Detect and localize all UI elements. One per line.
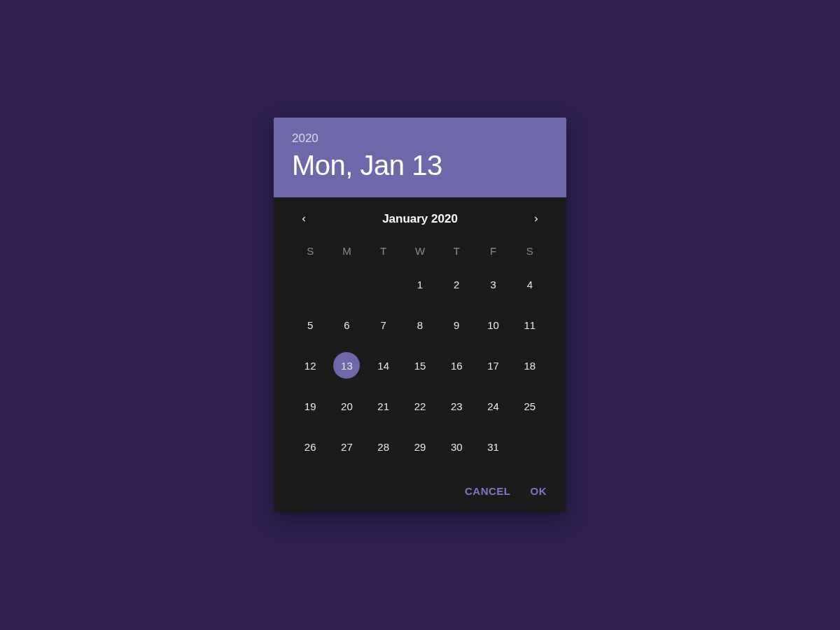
calendar-day-label: 9: [454, 319, 459, 331]
weekday-header: S: [512, 245, 548, 257]
calendar-day-label: 25: [524, 400, 536, 412]
dialog-actions: Cancel OK: [274, 467, 566, 512]
calendar-day-label: 8: [417, 319, 423, 331]
calendar-day-label: 17: [487, 360, 499, 372]
calendar-grid: SMTWTFS123456789101112131415161718192021…: [292, 245, 548, 460]
calendar-day[interactable]: 14: [365, 352, 402, 379]
calendar-day[interactable]: 1: [402, 271, 438, 298]
calendar-day[interactable]: 17: [475, 352, 511, 379]
calendar-day-label: 6: [344, 319, 349, 331]
calendar-day[interactable]: 16: [438, 352, 475, 379]
calendar-day[interactable]: 26: [292, 433, 328, 460]
calendar-day[interactable]: 12: [292, 352, 328, 379]
calendar-day[interactable]: 7: [365, 312, 402, 338]
weekday-header: W: [402, 245, 438, 257]
calendar-day-label: 11: [524, 319, 536, 331]
calendar-day[interactable]: 13: [328, 352, 365, 379]
calendar-day[interactable]: 20: [328, 393, 365, 419]
calendar-day-label: 16: [451, 360, 463, 372]
cancel-button[interactable]: Cancel: [465, 485, 511, 497]
calendar-day[interactable]: 4: [512, 271, 548, 298]
calendar-day[interactable]: 19: [292, 393, 328, 419]
calendar-day-label: 5: [307, 319, 313, 331]
calendar-day[interactable]: 15: [402, 352, 438, 379]
calendar-day[interactable]: 3: [475, 271, 511, 298]
calendar-day-label: 1: [417, 279, 423, 290]
weekday-header: F: [475, 245, 511, 257]
calendar-day-label: 12: [304, 360, 316, 372]
selected-date-display[interactable]: Mon, Jan 13: [292, 150, 548, 181]
date-picker-dialog: 2020 Mon, Jan 13 January 2020 SMTWTFS123…: [274, 118, 566, 512]
calendar-day[interactable]: 6: [328, 312, 365, 338]
calendar-day-label: 24: [487, 400, 499, 412]
calendar-day-label: 28: [377, 441, 389, 453]
calendar-day-label: 13: [341, 360, 353, 372]
calendar-day-label: 26: [304, 441, 316, 453]
month-title: January 2020: [382, 212, 458, 226]
calendar-empty-cell: [328, 271, 365, 298]
date-picker-header: 2020 Mon, Jan 13: [274, 118, 566, 197]
calendar-day-label: 27: [341, 441, 353, 453]
chevron-right-icon: [531, 214, 541, 224]
calendar-day[interactable]: 5: [292, 312, 328, 338]
calendar-day-label: 3: [490, 279, 496, 290]
calendar-day-label: 18: [524, 360, 536, 372]
calendar-day[interactable]: 11: [512, 312, 548, 338]
calendar-day-label: 31: [487, 441, 499, 453]
calendar-day[interactable]: 31: [475, 433, 511, 460]
calendar-day[interactable]: 23: [438, 393, 475, 419]
calendar-day-label: 21: [377, 400, 389, 412]
chevron-left-icon: [299, 214, 309, 224]
calendar-day-label: 10: [487, 319, 499, 331]
calendar-day[interactable]: 25: [512, 393, 548, 419]
next-month-button[interactable]: [528, 211, 544, 227]
calendar-day[interactable]: 2: [438, 271, 475, 298]
calendar-day-label: 19: [304, 400, 316, 412]
ok-button[interactable]: OK: [531, 485, 547, 497]
calendar-day-label: 14: [377, 360, 389, 372]
calendar-day-label: 7: [381, 319, 386, 331]
calendar-day[interactable]: 10: [475, 312, 511, 338]
calendar-empty-cell: [292, 271, 328, 298]
calendar-day-label: 22: [414, 400, 426, 412]
calendar-empty-cell: [365, 271, 402, 298]
calendar-day[interactable]: 27: [328, 433, 365, 460]
weekday-header: T: [365, 245, 402, 257]
weekday-header: M: [328, 245, 365, 257]
calendar-day[interactable]: 21: [365, 393, 402, 419]
calendar-day[interactable]: 24: [475, 393, 511, 419]
month-nav: January 2020: [292, 211, 548, 227]
calendar-day[interactable]: 28: [365, 433, 402, 460]
weekday-header: T: [438, 245, 475, 257]
calendar-day[interactable]: 8: [402, 312, 438, 338]
calendar-day-label: 23: [451, 400, 463, 412]
calendar-day-label: 20: [341, 400, 353, 412]
calendar-day[interactable]: 30: [438, 433, 475, 460]
weekday-header: S: [292, 245, 328, 257]
calendar-day-label: 29: [414, 441, 426, 453]
calendar-day-label: 2: [454, 279, 459, 290]
calendar-body: January 2020 SMTWTFS12345678910111213141…: [274, 197, 566, 467]
calendar-day[interactable]: 18: [512, 352, 548, 379]
calendar-day-label: 4: [527, 279, 533, 290]
calendar-day[interactable]: 29: [402, 433, 438, 460]
calendar-day-label: 15: [414, 360, 426, 372]
calendar-day[interactable]: 22: [402, 393, 438, 419]
calendar-day[interactable]: 9: [438, 312, 475, 338]
calendar-day-label: 30: [451, 441, 463, 453]
selected-year[interactable]: 2020: [292, 132, 548, 146]
prev-month-button[interactable]: [296, 211, 312, 227]
